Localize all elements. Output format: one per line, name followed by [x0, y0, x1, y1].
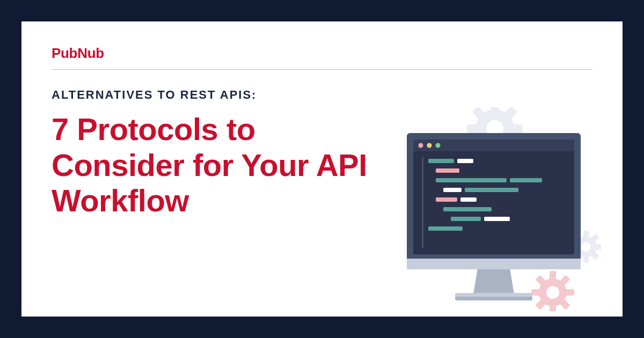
- svg-rect-3: [467, 124, 478, 133]
- content-card: PubNub ALTERNATIVES TO REST APIS: 7 Prot…: [21, 21, 623, 317]
- svg-rect-44: [436, 197, 457, 202]
- kicker-text: ALTERNATIVES TO REST APIS:: [52, 88, 592, 102]
- svg-rect-4: [512, 124, 523, 133]
- svg-rect-43: [465, 188, 518, 192]
- svg-rect-37: [428, 159, 454, 163]
- svg-rect-31: [455, 297, 532, 300]
- svg-point-19: [581, 242, 591, 252]
- svg-rect-45: [460, 197, 477, 202]
- svg-rect-46: [443, 207, 492, 211]
- svg-rect-38: [457, 159, 473, 163]
- svg-point-29: [546, 286, 559, 299]
- divider: [52, 69, 592, 70]
- headline-text: 7 Protocols to Consider for Your API Wor…: [52, 112, 395, 219]
- monitor-icon: [407, 133, 581, 269]
- svg-rect-23: [531, 289, 540, 296]
- svg-rect-14: [596, 244, 601, 249]
- svg-rect-42: [443, 188, 462, 192]
- svg-rect-22: [550, 305, 556, 311]
- svg-rect-41: [510, 178, 542, 182]
- monitor-illustration: [392, 107, 601, 311]
- svg-rect-21: [550, 271, 556, 280]
- monitor-stand-icon: [455, 268, 532, 300]
- svg-rect-34: [413, 139, 574, 254]
- svg-rect-11: [583, 231, 589, 237]
- window-dot-icon: [427, 143, 432, 148]
- gear-icon: [522, 262, 583, 311]
- svg-rect-12: [583, 256, 589, 263]
- window-dot-icon: [419, 143, 423, 148]
- brand-logo: PubNub: [52, 45, 592, 62]
- svg-rect-47: [451, 217, 481, 221]
- window-dot-icon: [436, 143, 441, 148]
- svg-rect-36: [422, 157, 423, 248]
- svg-rect-40: [436, 178, 507, 182]
- svg-rect-49: [428, 226, 463, 231]
- svg-rect-33: [407, 259, 581, 269]
- svg-rect-24: [566, 289, 574, 296]
- svg-rect-1: [491, 107, 499, 112]
- svg-rect-39: [436, 168, 459, 173]
- svg-rect-48: [484, 217, 510, 221]
